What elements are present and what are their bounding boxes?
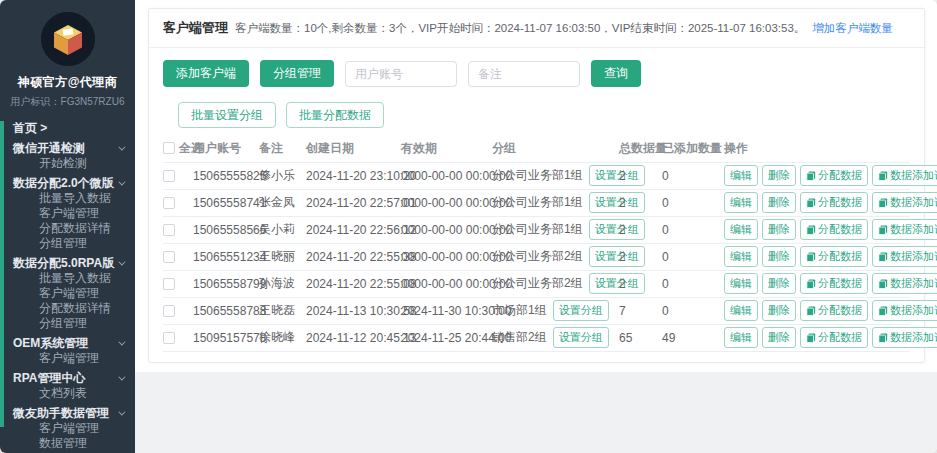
set-group-button[interactable]: 设置分组 bbox=[589, 246, 645, 267]
group-name: 销售部2组 bbox=[492, 330, 547, 344]
sidebar-subitem[interactable]: 客户端管理 bbox=[0, 286, 135, 301]
data-add-detail-button[interactable]: 数据添加详情 bbox=[872, 192, 937, 213]
delete-button[interactable]: 删除 bbox=[762, 165, 796, 186]
batch-assign-data-button[interactable]: 批量分配数据 bbox=[286, 102, 384, 128]
sidebar-subitem[interactable]: 批量导入数据 bbox=[0, 191, 135, 206]
row-checkbox[interactable] bbox=[163, 278, 175, 290]
set-group-button[interactable]: 设置分组 bbox=[589, 192, 645, 213]
sidebar-subitem[interactable]: 批量导入数据 bbox=[0, 271, 135, 286]
chevron-down-icon bbox=[118, 179, 125, 186]
copy-icon bbox=[806, 333, 816, 343]
sidebar-subitem[interactable]: 分配数据详情 bbox=[0, 301, 135, 316]
assign-data-button[interactable]: 分配数据 bbox=[800, 300, 868, 321]
table-row: 15065558741 张金凤 2024-11-20 22:57:01 0000… bbox=[163, 189, 910, 216]
cell-note: 王晓磊 bbox=[259, 297, 306, 324]
data-add-detail-button[interactable]: 数据添加详情 bbox=[872, 219, 937, 240]
group-name: 分公司业务部1组 bbox=[492, 222, 583, 236]
table-row: 15065558566 吴小莉 2024-11-20 22:56:12 0000… bbox=[163, 216, 910, 243]
data-add-detail-button[interactable]: 数据添加详情 bbox=[872, 300, 937, 321]
table-row: 15065558799 孙海波 2024-11-20 22:55:08 0000… bbox=[163, 270, 910, 297]
sidebar-subitem[interactable]: 客户端管理 bbox=[0, 421, 135, 436]
assign-data-button[interactable]: 分配数据 bbox=[800, 273, 868, 294]
delete-button[interactable]: 删除 bbox=[762, 327, 796, 348]
cell-actions: 编辑删除分配数据数据添加详情 bbox=[724, 189, 910, 216]
row-checkbox[interactable] bbox=[163, 332, 175, 344]
sidebar-section-header[interactable]: 微信开通检测 bbox=[0, 141, 135, 156]
sidebar-subitem[interactable]: 分组管理 bbox=[0, 316, 135, 331]
edit-button[interactable]: 编辑 bbox=[724, 273, 758, 294]
table-row: 15065551234 王晓丽 2024-11-20 22:55:38 0000… bbox=[163, 243, 910, 270]
sidebar-section: 数据分配5.0RPA版 批量导入数据 客户端管理 分配数据详情 分组管理 bbox=[0, 256, 135, 331]
set-group-button[interactable]: 设置分组 bbox=[553, 327, 609, 348]
increase-client-count-link[interactable]: 增加客户端数量 bbox=[812, 21, 893, 36]
group-name: 市场部1组 bbox=[492, 303, 547, 317]
assign-data-button[interactable]: 分配数据 bbox=[800, 192, 868, 213]
chevron-down-icon bbox=[118, 374, 125, 381]
main-area: 客户端管理 客户端数量：10个,剩余数量：3个，VIP开始时间：2024-11-… bbox=[135, 0, 937, 453]
data-add-detail-button[interactable]: 数据添加详情 bbox=[872, 165, 937, 186]
sidebar-section-header[interactable]: 首页 > bbox=[0, 121, 135, 136]
cell-valid-until: 0000-00-00 00:00:00 bbox=[401, 243, 492, 270]
cell-actions: 编辑删除分配数据数据添加详情 bbox=[724, 162, 910, 189]
sidebar-section: OEM系统管理 客户端管理 bbox=[0, 336, 135, 366]
account-input[interactable] bbox=[345, 61, 457, 87]
group-manage-button[interactable]: 分组管理 bbox=[260, 60, 334, 87]
set-group-button[interactable]: 设置分组 bbox=[553, 300, 609, 321]
data-add-detail-button[interactable]: 数据添加详情 bbox=[872, 273, 937, 294]
edit-button[interactable]: 编辑 bbox=[724, 300, 758, 321]
cell-added-count: 0 bbox=[662, 243, 724, 270]
sidebar-subitem[interactable]: 客户端管理 bbox=[0, 206, 135, 221]
row-checkbox[interactable] bbox=[163, 251, 175, 263]
sidebar-subitem[interactable]: 开始检测 bbox=[0, 156, 135, 171]
cell-account: 15065558799 bbox=[193, 270, 259, 297]
sidebar-section-children: 批量导入数据 客户端管理 分配数据详情 分组管理 bbox=[0, 271, 135, 331]
row-checkbox[interactable] bbox=[163, 224, 175, 236]
sidebar-subitem[interactable]: 数据管理 bbox=[0, 436, 135, 451]
chevron-down-icon bbox=[118, 259, 125, 266]
row-checkbox[interactable] bbox=[163, 197, 175, 209]
sidebar-section-header[interactable]: 数据分配2.0个微版 bbox=[0, 176, 135, 191]
assign-data-button[interactable]: 分配数据 bbox=[800, 165, 868, 186]
sidebar-section-label: 微友助手数据管理 bbox=[13, 406, 109, 421]
add-client-button[interactable]: 添加客户端 bbox=[163, 60, 249, 87]
delete-button[interactable]: 删除 bbox=[762, 246, 796, 267]
batch-set-group-button[interactable]: 批量设置分组 bbox=[178, 102, 276, 128]
delete-button[interactable]: 删除 bbox=[762, 219, 796, 240]
cell-created-date: 2024-11-12 20:45:13 bbox=[306, 324, 401, 351]
edit-button[interactable]: 编辑 bbox=[724, 192, 758, 213]
set-group-button[interactable]: 设置分组 bbox=[589, 165, 645, 186]
user-id: 用户标识：FG3N57RZU6 bbox=[0, 95, 135, 109]
delete-button[interactable]: 删除 bbox=[762, 192, 796, 213]
search-button[interactable]: 查询 bbox=[591, 60, 641, 87]
edit-button[interactable]: 编辑 bbox=[724, 246, 758, 267]
cell-account: 15065555825 bbox=[193, 162, 259, 189]
sidebar-subitem[interactable]: 文档列表 bbox=[0, 386, 135, 401]
edit-button[interactable]: 编辑 bbox=[724, 165, 758, 186]
delete-button[interactable]: 删除 bbox=[762, 300, 796, 321]
delete-button[interactable]: 删除 bbox=[762, 273, 796, 294]
sidebar-section-header[interactable]: OEM系统管理 bbox=[0, 336, 135, 351]
note-input[interactable] bbox=[468, 61, 580, 87]
sidebar-subitem[interactable]: 分组管理 bbox=[0, 236, 135, 251]
copy-icon bbox=[878, 279, 888, 289]
set-group-button[interactable]: 设置分组 bbox=[589, 273, 645, 294]
sidebar-section-header[interactable]: RPA管理中心 bbox=[0, 371, 135, 386]
row-checkbox[interactable] bbox=[163, 305, 175, 317]
sidebar-subitem[interactable]: 分配数据详情 bbox=[0, 221, 135, 236]
row-checkbox[interactable] bbox=[163, 170, 175, 182]
edit-button[interactable]: 编辑 bbox=[724, 219, 758, 240]
col-header-account: 用户账号 bbox=[193, 136, 259, 162]
edit-button[interactable]: 编辑 bbox=[724, 327, 758, 348]
assign-data-button[interactable]: 分配数据 bbox=[800, 327, 868, 348]
sidebar-subitem[interactable]: 客户端管理 bbox=[0, 351, 135, 366]
select-all-checkbox[interactable] bbox=[163, 142, 175, 154]
set-group-button[interactable]: 设置分组 bbox=[589, 219, 645, 240]
data-add-detail-button[interactable]: 数据添加详情 bbox=[872, 246, 937, 267]
assign-data-button[interactable]: 分配数据 bbox=[800, 246, 868, 267]
copy-icon bbox=[806, 171, 816, 181]
cell-group: 分公司业务部1组设置分组 bbox=[492, 162, 619, 189]
data-add-detail-button[interactable]: 数据添加详情 bbox=[872, 327, 937, 348]
sidebar-section-header[interactable]: 微友助手数据管理 bbox=[0, 406, 135, 421]
assign-data-button[interactable]: 分配数据 bbox=[800, 219, 868, 240]
sidebar-section-header[interactable]: 数据分配5.0RPA版 bbox=[0, 256, 135, 271]
